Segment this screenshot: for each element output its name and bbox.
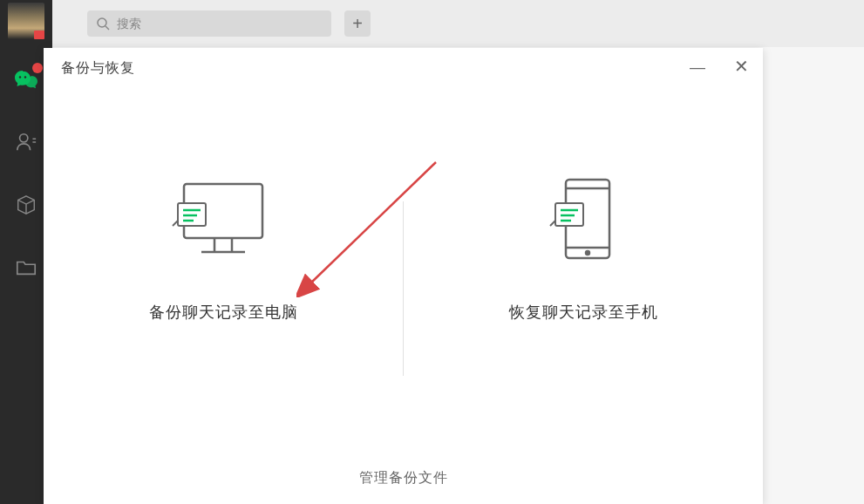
search-box[interactable] <box>87 10 331 37</box>
search-icon <box>96 17 110 31</box>
manage-backup-files-link[interactable]: 管理备份文件 <box>359 469 448 487</box>
dialog-body: 备份聊天记录至电脑 恢复聊天记录至手机 <box>44 88 763 452</box>
dialog-close-button[interactable]: ✕ <box>732 58 750 77</box>
avatar[interactable] <box>8 3 44 39</box>
backup-to-computer-option[interactable]: 备份聊天记录至电脑 <box>44 175 403 452</box>
sidebar-contacts-icon[interactable] <box>12 128 40 156</box>
sidebar-favorites-icon[interactable] <box>12 191 40 219</box>
header-bar: + <box>52 0 864 47</box>
dialog-minimize-button[interactable]: — <box>689 58 706 77</box>
sidebar-files-icon[interactable] <box>12 254 40 282</box>
restore-option-label: 恢复聊天记录至手机 <box>509 302 658 323</box>
svg-point-15 <box>586 251 589 255</box>
backup-restore-dialog: 备份与恢复 — ✕ 备份聊天记录至电脑 <box>44 48 763 504</box>
computer-icon <box>171 175 276 262</box>
dialog-title: 备份与恢复 <box>61 59 135 78</box>
svg-point-1 <box>24 76 26 78</box>
phone-icon <box>531 175 636 262</box>
dialog-header: 备份与恢复 — ✕ <box>44 48 763 88</box>
backup-option-label: 备份聊天记录至电脑 <box>149 302 298 323</box>
svg-point-0 <box>19 76 21 78</box>
svg-point-2 <box>20 134 28 142</box>
add-button[interactable]: + <box>344 10 371 37</box>
svg-point-3 <box>98 18 106 27</box>
dialog-footer: 管理备份文件 <box>44 452 763 504</box>
chat-notification-badge <box>32 63 43 73</box>
search-input[interactable] <box>117 17 323 31</box>
sidebar-chat-icon[interactable] <box>12 65 40 93</box>
restore-to-phone-option[interactable]: 恢复聊天记录至手机 <box>404 175 763 452</box>
